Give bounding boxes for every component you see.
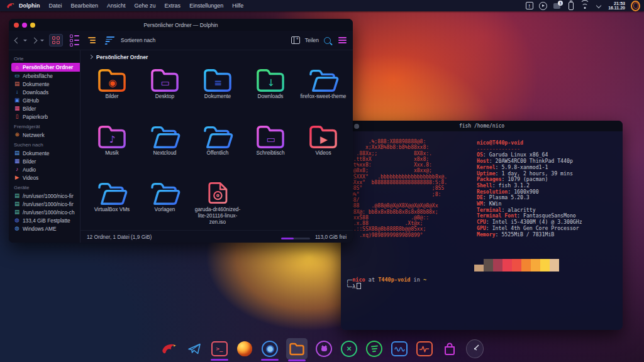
- compact-view-button[interactable]: [68, 35, 80, 46]
- dock-chromium-button[interactable]: [261, 339, 279, 359]
- sidebar-item[interactable]: ▶ Videos: [9, 173, 80, 182]
- hamburger-menu-icon[interactable]: [338, 37, 347, 44]
- sidebar-item-label: Bilder: [23, 106, 36, 112]
- close-window-icon[interactable]: [14, 23, 19, 28]
- file-item[interactable]: ◉ garuda-dr460nized-lite-201116-l: [192, 179, 243, 230]
- file-item-label: Desktop: [155, 94, 174, 100]
- dolphin-sidebar: Orte ⌂ Persönlicher Ordner ▭ Arbeitsfläc…: [9, 50, 80, 243]
- menubar-item[interactable]: Einstellungen: [189, 3, 223, 9]
- tray-expand-chevron-icon[interactable]: [594, 2, 602, 10]
- sidebar-item[interactable]: ◍ 133,4 GiB Festplatte: [9, 216, 80, 224]
- sidebar-item-label: Dokumente: [23, 150, 49, 156]
- back-button[interactable]: [15, 38, 20, 43]
- file-item[interactable]: ▶ Videos: [297, 123, 349, 179]
- dock-terminal-button[interactable]: >_: [211, 339, 228, 359]
- dolphin-titlebar[interactable]: Persönlicher Ordner — Dolphin: [9, 19, 353, 31]
- terminal-content[interactable]: .%;888:X88898888@8: x;XxXB%8b8:b8%b88xx8…: [341, 131, 623, 330]
- sidebar-item[interactable]: ▦ Bilder: [9, 157, 80, 165]
- details-view-button[interactable]: [86, 35, 98, 46]
- menubar-item[interactable]: Hilfe: [232, 3, 243, 9]
- forward-history-dropdown-icon[interactable]: [40, 40, 44, 41]
- dock-system-monitor-button[interactable]: [416, 339, 433, 359]
- dock-github-button[interactable]: [315, 339, 333, 359]
- dock-spotify-button[interactable]: [365, 339, 383, 359]
- dolphin-window[interactable]: Persönlicher Ordner — Dolphin Sortieren …: [9, 19, 353, 243]
- breadcrumb[interactable]: Persönlicher Ordner: [80, 50, 353, 62]
- sidebar-item[interactable]: ▭ Arbeitsfläche: [9, 72, 80, 80]
- file-item-label: Vorlagen: [155, 207, 175, 213]
- dock-file-manager-button[interactable]: [286, 338, 308, 359]
- file-item[interactable]: Vorlagen: [139, 179, 191, 230]
- sidebar-item[interactable]: ▤ Dokumente: [9, 80, 80, 88]
- svg-text:▭: ▭: [161, 77, 170, 89]
- breadcrumb-label[interactable]: Persönlicher Ordner: [96, 54, 148, 60]
- wifi-icon[interactable]: [580, 2, 589, 10]
- chromium-icon: [262, 341, 278, 357]
- sidebar-item[interactable]: ▦ Bilder: [9, 104, 80, 112]
- terminal-window[interactable]: fish /home/nico .%;888:X88898888@8: x;Xx…: [341, 121, 623, 330]
- sidebar-item[interactable]: ▤ /run/user/1000/nico-fir: [9, 200, 80, 208]
- statusbar-summary: 12 Ordner, 1 Datei (1,9 GiB): [87, 234, 152, 240]
- terminal-window-button-icon[interactable]: [354, 124, 359, 129]
- sidebar-item[interactable]: ⊕ Netzwerk: [9, 131, 80, 139]
- sidebar-section-title: Geräte: [9, 182, 80, 192]
- menubar-item[interactable]: Gehe zu: [135, 3, 156, 9]
- telegram-icon: [187, 341, 202, 356]
- sidebar-item[interactable]: ▤ /run/user/1000/nico-fir: [9, 192, 80, 200]
- split-view-icon[interactable]: [291, 36, 300, 44]
- firefox-icon: [237, 341, 252, 356]
- grid-view-icon: [52, 36, 60, 44]
- split-label[interactable]: Teilen: [305, 37, 319, 43]
- dock-firefox-button[interactable]: [236, 339, 253, 359]
- forward-button[interactable]: [32, 38, 37, 43]
- menubar-item[interactable]: Ansicht: [107, 3, 126, 9]
- sidebar-item[interactable]: ▣ GitHub: [9, 96, 80, 104]
- dock-software-center-button[interactable]: [441, 339, 458, 359]
- file-item[interactable]: firefox-sweet-theme: [297, 66, 349, 123]
- file-item[interactable]: Öffentlich: [192, 123, 243, 179]
- file-item[interactable]: ♪ Musik: [86, 123, 138, 179]
- file-item[interactable]: ≡ Dokumente: [192, 66, 243, 123]
- sort-label[interactable]: Sortieren nach: [121, 37, 155, 43]
- sort-button[interactable]: [103, 35, 116, 46]
- sidebar-item[interactable]: ↓ Downloads: [9, 88, 80, 96]
- maximize-window-icon[interactable]: [30, 23, 35, 28]
- sidebar-item[interactable]: ▤ Dokumente: [9, 149, 80, 157]
- menubar-item[interactable]: Datei: [49, 3, 62, 9]
- dock-garuda-menu-button[interactable]: [160, 339, 178, 359]
- sidebar-item[interactable]: ▯ Papierkorb: [9, 112, 80, 121]
- file-item[interactable]: VirtualBox VMs: [86, 179, 138, 230]
- minimize-window-icon[interactable]: [22, 23, 27, 28]
- app-launcher-icon[interactable]: [631, 1, 640, 11]
- sidebar-item[interactable]: ♪ Audio: [9, 165, 80, 173]
- menubar-item[interactable]: Extras: [165, 3, 181, 9]
- file-item[interactable]: ◉ Bilder: [86, 66, 138, 123]
- file-item[interactable]: ↓ Downloads: [245, 66, 296, 123]
- sidebar-item[interactable]: ⌂ Persönlicher Ordner: [11, 63, 80, 72]
- file-item[interactable]: ▭ Schreibtisch: [245, 123, 296, 179]
- sidebar-item[interactable]: ◍ Windows AME: [9, 224, 80, 233]
- dock-wave-visualizer-button[interactable]: [391, 339, 408, 359]
- back-history-dropdown-icon[interactable]: [23, 40, 27, 41]
- palette-block: [493, 259, 502, 272]
- updates-icon[interactable]: 1: [553, 2, 561, 10]
- file-item[interactable]: Nextcloud: [139, 123, 191, 179]
- search-icon[interactable]: [324, 37, 331, 44]
- notifications-icon[interactable]: !: [525, 2, 533, 10]
- usb-device-icon[interactable]: [567, 2, 575, 10]
- dock-clock-widget[interactable]: [466, 339, 484, 359]
- dock-telegram-button[interactable]: [186, 339, 203, 359]
- file-item[interactable]: ▭ Desktop: [139, 66, 191, 123]
- terminal-titlebar[interactable]: fish /home/nico: [341, 121, 623, 131]
- icon-size-slider[interactable]: [281, 238, 310, 239]
- tree-view-icon: [88, 37, 96, 43]
- icon-view-button[interactable]: [49, 34, 63, 47]
- menubar-item[interactable]: Bearbeiten: [71, 3, 99, 9]
- file-item-label: Bilder: [105, 94, 118, 100]
- clock[interactable]: 21:53 16.11.20: [608, 1, 625, 11]
- sidebar-item[interactable]: ▤ /run/user/1000/nico-ch: [9, 208, 80, 216]
- dock-xdm-button[interactable]: ×: [340, 339, 358, 359]
- sidebar-item-label: Windows AME: [23, 226, 56, 232]
- global-menubar: Dolphin DateiBearbeitenAnsichtGehe zuExt…: [0, 0, 644, 11]
- media-player-icon[interactable]: [539, 2, 547, 10]
